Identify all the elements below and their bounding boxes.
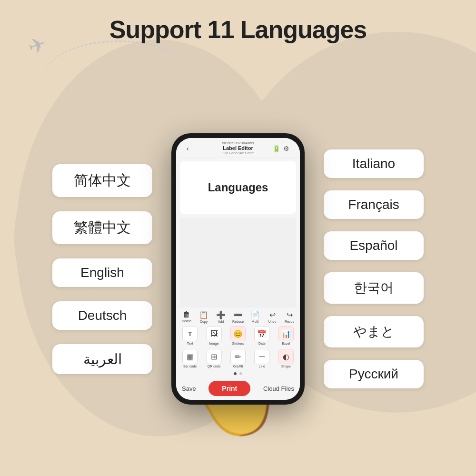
page-dots xyxy=(176,370,300,377)
excel-icon: 📊 xyxy=(278,326,294,341)
shape-icon: ◐ xyxy=(278,349,294,364)
phone-mockup: ‹ cn1529092084ahls Label Editor Gap Labe… xyxy=(171,133,305,405)
image-icon: 🖼 xyxy=(207,326,222,341)
toolbar-recover[interactable]: ↪ Recov xyxy=(281,310,298,323)
lang-pill-english[interactable]: English xyxy=(52,258,152,287)
reduce-icon: ➖ xyxy=(233,310,243,319)
recover-icon: ↪ xyxy=(287,310,293,319)
multi-label: Multi xyxy=(252,320,259,323)
page-title: Support 11 Languages xyxy=(0,0,476,44)
toolbar-row-3: ▦ Bar code ⊞ QR code ✏ Graffiti ─ Line xyxy=(176,347,300,370)
graffiti-icon: ✏ xyxy=(230,349,246,364)
date-icon: 📅 xyxy=(254,326,269,341)
canvas-area xyxy=(180,218,296,307)
lang-pill-traditional-chinese[interactable]: 繁體中文 xyxy=(52,211,152,244)
qrcode-label: QR code xyxy=(208,365,221,368)
excel-label: Excel xyxy=(282,342,290,345)
toolbar-barcode[interactable]: ▦ Bar code xyxy=(181,349,198,368)
lang-pill-japanese[interactable]: やまと xyxy=(324,316,424,347)
add-icon: ➕ xyxy=(216,310,226,319)
date-label: Date xyxy=(258,342,266,345)
multi-icon: 📄 xyxy=(250,310,260,319)
delete-icon: 🗑 xyxy=(183,310,190,319)
toolbar-add[interactable]: ➕ Add xyxy=(212,310,229,323)
lang-pill-deutsch[interactable]: Deutsch xyxy=(52,301,152,330)
cloud-files-button[interactable]: Cloud Files xyxy=(263,385,294,392)
phone-topbar: ‹ cn1529092084ahls Label Editor Gap Labe… xyxy=(176,138,300,158)
shape-label: Shape xyxy=(281,365,291,368)
undo-icon: ↩ xyxy=(269,310,276,319)
text-label: Text xyxy=(187,342,193,345)
toolbar-delete[interactable]: 🗑 Delete xyxy=(178,310,195,323)
add-label: Add xyxy=(218,320,224,323)
lang-pill-francais[interactable]: Français xyxy=(324,190,424,219)
back-icon[interactable]: ‹ xyxy=(187,145,189,152)
qrcode-icon: ⊞ xyxy=(207,349,222,364)
reduce-label: Reduce xyxy=(232,320,244,323)
lang-pill-russian[interactable]: Русский xyxy=(324,360,424,388)
toolbar-text[interactable]: T Text xyxy=(181,326,198,345)
lang-pill-simplified-chinese[interactable]: 简体中文 xyxy=(52,164,152,197)
toolbar-reduce[interactable]: ➖ Reduce xyxy=(229,310,247,323)
lang-pill-arabic[interactable]: العربية xyxy=(52,344,152,374)
toolbar-line[interactable]: ─ Line xyxy=(253,349,270,368)
left-languages-list: 简体中文 繁體中文 English Deutsch العربية xyxy=(52,164,152,374)
toolbar-shape[interactable]: ◐ Shape xyxy=(278,349,295,368)
lang-pill-korean[interactable]: 한국어 xyxy=(324,272,424,304)
topbar-icons: 🔋 ⚙ xyxy=(272,145,289,152)
toolbar-row-2: T Text 🖼 Image 😊 Stickers 📅 Date xyxy=(176,324,300,347)
copy-icon: 📋 xyxy=(199,310,208,319)
barcode-label: Bar code xyxy=(183,365,197,368)
delete-label: Delete xyxy=(182,319,191,323)
text-icon: T xyxy=(182,326,198,341)
toolbar-image[interactable]: 🖼 Image xyxy=(206,326,223,345)
stickers-label: Stickers xyxy=(232,342,244,345)
line-icon: ─ xyxy=(254,349,269,364)
recover-label: Recov xyxy=(285,320,294,323)
image-label: Image xyxy=(209,342,218,345)
print-button[interactable]: Print xyxy=(208,381,250,396)
label-canvas: Languages xyxy=(180,161,296,214)
lang-pill-italiano[interactable]: Italiano xyxy=(324,149,424,178)
toolbar-row-1: 🗑 Delete 📋 Copy ➕ Add ➖ Reduce xyxy=(176,307,300,324)
dot-1 xyxy=(234,372,237,375)
lang-pill-espanol[interactable]: Español xyxy=(324,231,424,260)
copy-label: Copy xyxy=(200,320,208,323)
battery-icon: 🔋 xyxy=(272,145,280,152)
toolbar-excel[interactable]: 📊 Excel xyxy=(278,326,295,345)
stickers-icon: 😊 xyxy=(230,326,246,341)
save-button[interactable]: Save xyxy=(182,385,196,392)
phone-screen: ‹ cn1529092084ahls Label Editor Gap Labe… xyxy=(176,138,300,400)
graffiti-label: Graffiti xyxy=(233,365,243,368)
right-languages-list: Italiano Français Español 한국어 やまと Русски… xyxy=(324,149,424,388)
toolbar-qrcode[interactable]: ⊞ QR code xyxy=(206,349,223,368)
toolbar-undo[interactable]: ↩ Undo xyxy=(264,310,281,323)
toolbar-stickers[interactable]: 😊 Stickers xyxy=(229,326,247,345)
settings-icon[interactable]: ⚙ xyxy=(283,145,289,152)
undo-label: Undo xyxy=(268,320,277,323)
main-layout: 简体中文 繁體中文 English Deutsch العربية ‹ cn15… xyxy=(0,62,476,476)
canvas-text: Languages xyxy=(208,181,268,194)
toolbar-multi[interactable]: 📄 Multi xyxy=(247,310,264,323)
toolbar-date[interactable]: 📅 Date xyxy=(253,326,270,345)
toolbar-graffiti[interactable]: ✏ Graffiti xyxy=(229,349,247,368)
toolbar-copy[interactable]: 📋 Copy xyxy=(195,310,212,323)
phone-bottom-bar: Save Print Cloud Files xyxy=(176,377,300,400)
dot-2 xyxy=(239,372,242,375)
barcode-icon: ▦ xyxy=(182,349,198,364)
phone-device: ‹ cn1529092084ahls Label Editor Gap Labe… xyxy=(171,133,305,405)
line-label: Line xyxy=(259,365,265,368)
